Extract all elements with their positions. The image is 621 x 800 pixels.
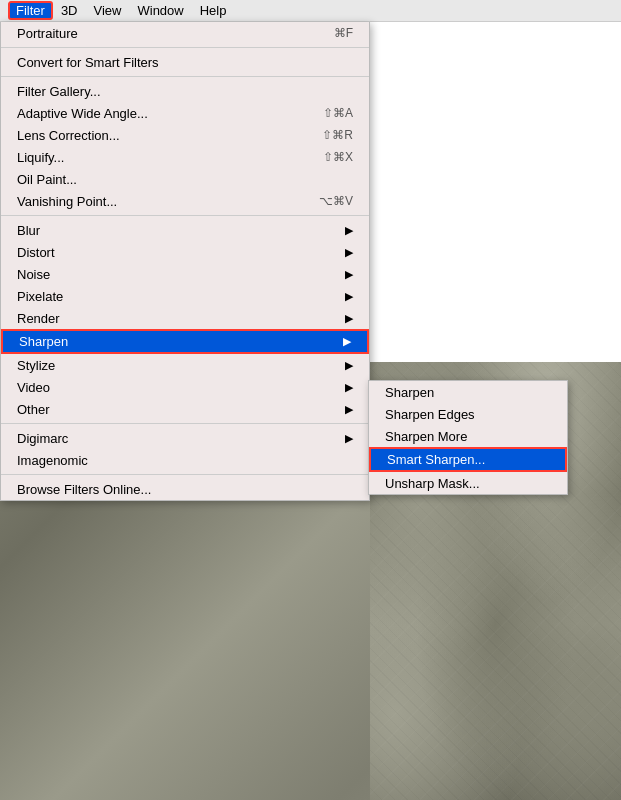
menu-item-portraiture[interactable]: Portraiture ⌘F: [1, 22, 369, 44]
canvas-white-area: [370, 22, 621, 362]
menu-item-label: Video: [17, 380, 50, 395]
filter-dropdown-menu: Portraiture ⌘F Convert for Smart Filters…: [0, 22, 370, 501]
arrow-icon: ▶: [345, 359, 353, 372]
menu-item-label: Noise: [17, 267, 50, 282]
menu-item-pixelate[interactable]: Pixelate ▶: [1, 285, 369, 307]
menu-item-label: Imagenomic: [17, 453, 88, 468]
menu-item-liquify[interactable]: Liquify... ⇧⌘X: [1, 146, 369, 168]
menu-item-filter-gallery[interactable]: Filter Gallery...: [1, 80, 369, 102]
menu-item-imagenomic[interactable]: Imagenomic: [1, 449, 369, 471]
menu-item-digimarc[interactable]: Digimarc ▶: [1, 427, 369, 449]
menu-item-label: Distort: [17, 245, 55, 260]
menu-item-shortcut: ⌥⌘V: [319, 194, 353, 208]
menu-item-lens-correction[interactable]: Lens Correction... ⇧⌘R: [1, 124, 369, 146]
menu-item-label: Digimarc: [17, 431, 68, 446]
submenu-item-unsharp-mask[interactable]: Unsharp Mask...: [369, 472, 567, 494]
sharpen-submenu: Sharpen Sharpen Edges Sharpen More Smart…: [368, 380, 568, 495]
menu-item-label: Other: [17, 402, 50, 417]
arrow-icon: ▶: [343, 335, 351, 348]
menu-item-label: Oil Paint...: [17, 172, 77, 187]
menu-item-shortcut: ⇧⌘A: [323, 106, 353, 120]
menubar-window[interactable]: Window: [129, 1, 191, 20]
menubar-help[interactable]: Help: [192, 1, 235, 20]
menu-item-label: Blur: [17, 223, 40, 238]
arrow-icon: ▶: [345, 403, 353, 416]
menu-item-adaptive-wide-angle[interactable]: Adaptive Wide Angle... ⇧⌘A: [1, 102, 369, 124]
menu-separator-5: [1, 474, 369, 475]
menu-item-label: Lens Correction...: [17, 128, 120, 143]
menu-item-label: Portraiture: [17, 26, 78, 41]
menu-item-other[interactable]: Other ▶: [1, 398, 369, 420]
menu-item-label: Convert for Smart Filters: [17, 55, 159, 70]
menu-item-vanishing-point[interactable]: Vanishing Point... ⌥⌘V: [1, 190, 369, 212]
menu-separator-3: [1, 215, 369, 216]
menu-item-label: Sharpen: [19, 334, 68, 349]
submenu-item-sharpen-more[interactable]: Sharpen More: [369, 425, 567, 447]
arrow-icon: ▶: [345, 312, 353, 325]
menu-item-convert-smart-filters[interactable]: Convert for Smart Filters: [1, 51, 369, 73]
arrow-icon: ▶: [345, 224, 353, 237]
menu-item-browse-filters-online[interactable]: Browse Filters Online...: [1, 478, 369, 500]
menu-item-label: Unsharp Mask...: [385, 476, 480, 491]
arrow-icon: ▶: [345, 290, 353, 303]
arrow-icon: ▶: [345, 246, 353, 259]
menubar-view[interactable]: View: [86, 1, 130, 20]
menu-item-label: Render: [17, 311, 60, 326]
menu-item-label: Browse Filters Online...: [17, 482, 151, 497]
menu-item-label: Liquify...: [17, 150, 64, 165]
menu-item-sharpen[interactable]: Sharpen ▶: [1, 329, 369, 354]
menu-item-blur[interactable]: Blur ▶: [1, 219, 369, 241]
menu-item-render[interactable]: Render ▶: [1, 307, 369, 329]
menu-item-label: Vanishing Point...: [17, 194, 117, 209]
arrow-icon: ▶: [345, 268, 353, 281]
menubar: Filter 3D View Window Help: [0, 0, 621, 22]
submenu-item-sharpen[interactable]: Sharpen: [369, 381, 567, 403]
menu-item-label: Pixelate: [17, 289, 63, 304]
menu-item-oil-paint[interactable]: Oil Paint...: [1, 168, 369, 190]
menubar-filter[interactable]: Filter: [8, 1, 53, 20]
arrow-icon: ▶: [345, 432, 353, 445]
menu-separator-2: [1, 76, 369, 77]
menu-item-noise[interactable]: Noise ▶: [1, 263, 369, 285]
menu-item-label: Smart Sharpen...: [387, 452, 485, 467]
menu-item-label: Sharpen Edges: [385, 407, 475, 422]
menu-item-label: Sharpen: [385, 385, 434, 400]
menu-item-video[interactable]: Video ▶: [1, 376, 369, 398]
submenu-item-smart-sharpen[interactable]: Smart Sharpen...: [369, 447, 567, 472]
menu-item-stylize[interactable]: Stylize ▶: [1, 354, 369, 376]
menubar-3d[interactable]: 3D: [53, 1, 86, 20]
submenu-item-sharpen-edges[interactable]: Sharpen Edges: [369, 403, 567, 425]
menu-item-shortcut: ⇧⌘R: [322, 128, 353, 142]
menu-separator-1: [1, 47, 369, 48]
menu-item-label: Filter Gallery...: [17, 84, 101, 99]
arrow-icon: ▶: [345, 381, 353, 394]
menu-item-shortcut: ⇧⌘X: [323, 150, 353, 164]
menu-item-distort[interactable]: Distort ▶: [1, 241, 369, 263]
menu-item-shortcut: ⌘F: [334, 26, 353, 40]
menu-item-label: Sharpen More: [385, 429, 467, 444]
menu-separator-4: [1, 423, 369, 424]
menu-item-label: Adaptive Wide Angle...: [17, 106, 148, 121]
menu-item-label: Stylize: [17, 358, 55, 373]
